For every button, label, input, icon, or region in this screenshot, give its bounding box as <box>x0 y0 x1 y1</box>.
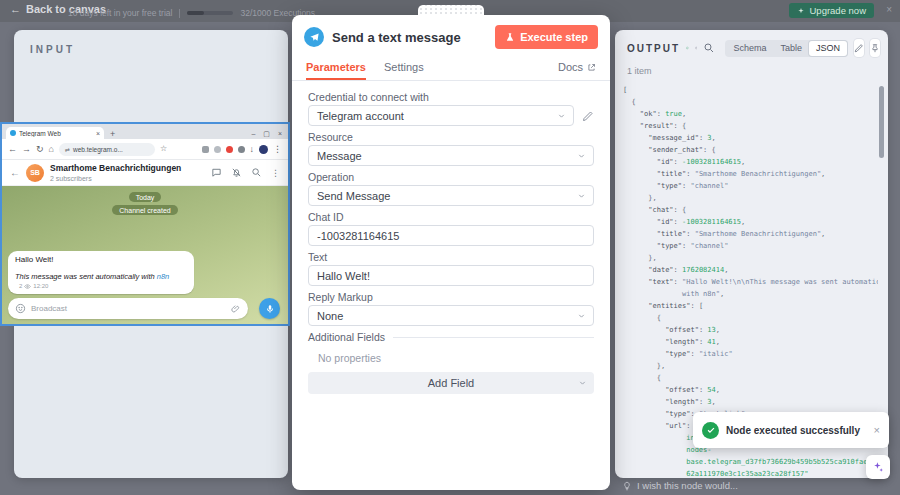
pin-data-button[interactable] <box>870 39 880 57</box>
modal-tabs: Parameters Settings Docs <box>292 57 610 81</box>
upgrade-now-button[interactable]: Upgrade now <box>789 3 874 18</box>
docs-link[interactable]: Docs <box>558 61 596 80</box>
emoji-icon <box>15 303 26 314</box>
browser-menu-icon: ⋮ <box>273 145 282 154</box>
channel-subscribers: 2 subscribers <box>50 175 181 182</box>
discussion-icon <box>211 167 222 178</box>
extension-icons: ↓ ⋮ <box>202 145 283 154</box>
edit-credential-button[interactable] <box>582 110 594 122</box>
chat-id-label: Chat ID <box>308 212 594 222</box>
address-url: web.telegram.o... <box>73 146 123 153</box>
banner-dismiss-button[interactable]: × <box>886 4 892 15</box>
browser-tab-strip: Telegram Web × + – ▢ × <box>2 124 288 139</box>
minimize-icon: – <box>251 130 255 137</box>
message-bubble: Hallo Welt! This message was sent automa… <box>8 251 194 294</box>
message-meta: 2 12:20 <box>19 283 48 290</box>
browser-tab: Telegram Web × <box>6 127 104 139</box>
telegram-favicon <box>10 130 16 136</box>
browser-reload-icon: ↻ <box>36 145 44 154</box>
view-json[interactable]: JSON <box>809 41 847 56</box>
output-panel-title: OUTPUT <box>627 43 680 54</box>
operation-select[interactable]: Send Message <box>308 185 594 206</box>
chevron-down-icon <box>577 311 586 320</box>
pencil-icon <box>854 43 864 53</box>
add-field-button[interactable]: Add Field <box>308 372 594 394</box>
pin-icon <box>870 43 880 53</box>
browser-forward-icon: → <box>22 145 31 154</box>
trial-status: 10 days left in your free trial 32/1000 … <box>68 8 315 18</box>
extension-icon <box>238 146 245 153</box>
chat-id-input[interactable]: -1003281164615 <box>308 225 594 246</box>
search-icon <box>251 167 262 178</box>
channel-menu-icon: ⋮ <box>271 168 280 178</box>
telegram-node-icon <box>304 27 324 47</box>
message-time: 12:20 <box>33 283 48 289</box>
toast-check-icon <box>702 422 719 439</box>
back-arrow-icon: ← <box>10 3 21 15</box>
success-toast: Node executed successfully × <box>693 412 889 448</box>
tab-settings[interactable]: Settings <box>384 61 424 80</box>
browser-tab-title: Telegram Web <box>19 130 93 137</box>
operation-label: Operation <box>308 172 594 182</box>
external-link-icon <box>587 63 596 72</box>
drag-handle[interactable] <box>418 5 484 15</box>
views-count: 2 <box>19 283 22 289</box>
new-tab-icon: + <box>110 130 115 139</box>
view-schema[interactable]: Schema <box>726 41 773 56</box>
today-pill: Today <box>129 192 162 202</box>
toast-message: Node executed successfully <box>726 425 867 436</box>
channel-created-pill: Channel created <box>112 205 177 215</box>
info-icon[interactable] <box>695 42 698 54</box>
edit-output-button[interactable] <box>854 39 864 57</box>
tab-parameters[interactable]: Parameters <box>306 61 366 80</box>
telegram-channel-header: ← SB Smarthome Benachrichtigungen 2 subs… <box>2 160 288 186</box>
message-text: Hallo Welt! <box>15 255 187 264</box>
telegram-screenshot-preview[interactable]: Telegram Web × + – ▢ × ← → ↻ ⌂ ⇄ web.tel… <box>0 122 290 326</box>
sparkles-icon <box>871 460 885 474</box>
broadcast-placeholder: Broadcast <box>31 304 226 313</box>
divider <box>179 9 180 18</box>
paperclip-icon <box>231 304 241 314</box>
broadcast-input: Broadcast <box>8 298 248 319</box>
toast-close-button[interactable]: × <box>874 424 880 436</box>
reply-markup-label: Reply Markup <box>308 292 594 302</box>
channel-avatar: SB <box>26 164 44 182</box>
lightbulb-icon <box>622 481 632 491</box>
node-feedback-link[interactable]: I wish this node would... <box>622 480 738 491</box>
executions-progress-bar <box>187 11 233 15</box>
extension-icon-red <box>226 146 233 153</box>
sparkle-icon <box>797 7 805 15</box>
telegram-chat-area: Today Channel created Hallo Welt! This m… <box>2 186 288 324</box>
download-icon: ↓ <box>250 145 255 154</box>
eye-icon <box>24 283 31 290</box>
output-scrollbar[interactable] <box>879 86 884 158</box>
browser-home-icon: ⌂ <box>49 145 54 154</box>
output-panel: OUTPUT Schema Table JSON 1 item [ { "ok"… <box>615 30 888 478</box>
execute-step-button[interactable]: Execute step <box>495 25 598 49</box>
search-icon <box>703 42 715 54</box>
microphone-icon <box>265 304 275 314</box>
items-count: 1 item <box>627 66 652 76</box>
ai-assistant-button[interactable] <box>866 455 890 479</box>
n8n-link: n8n <box>157 272 170 281</box>
window-controls: – ▢ × <box>251 130 284 139</box>
resource-select[interactable]: Message <box>308 145 594 166</box>
browser-back-icon: ← <box>8 145 17 154</box>
profile-avatar <box>259 145 268 154</box>
close-icon: × <box>278 130 282 137</box>
view-table[interactable]: Table <box>773 41 809 56</box>
chevron-down-icon <box>578 379 587 388</box>
reply-markup-select[interactable]: None <box>308 305 594 326</box>
trial-text: 10 days left in your free trial <box>68 8 172 18</box>
channel-name: Smarthome Benachrichtigungen <box>50 163 181 173</box>
message-text-italic: This message was sent automatically with… <box>15 272 187 290</box>
output-view-switcher: Schema Table JSON <box>725 40 848 57</box>
text-label: Text <box>308 252 594 262</box>
output-search-button[interactable] <box>703 42 715 54</box>
resource-label: Resource <box>308 132 594 142</box>
tune-icon: ⇄ <box>65 146 70 153</box>
credential-select[interactable]: Telegram account <box>308 105 574 126</box>
voice-message-button <box>259 298 280 319</box>
credential-label: Credential to connect with <box>308 92 594 102</box>
text-input[interactable]: Hallo Welt! <box>308 265 594 286</box>
